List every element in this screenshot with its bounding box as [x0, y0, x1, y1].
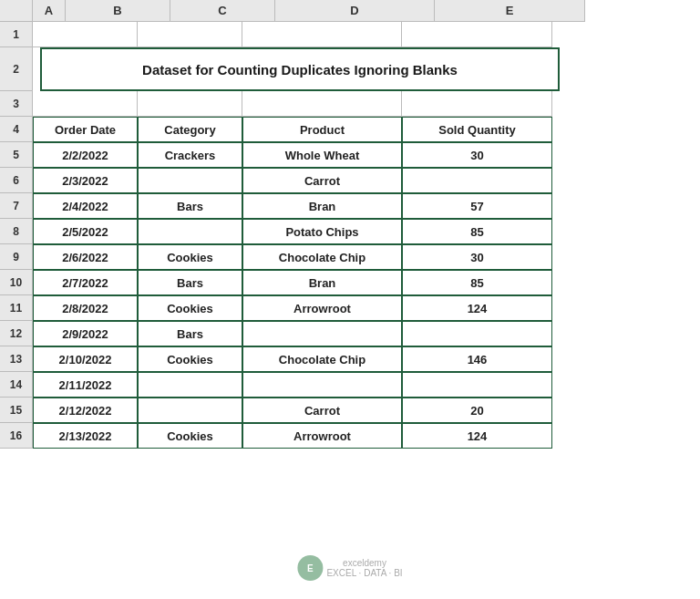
row-number: 11 — [0, 295, 33, 321]
title-cell: Dataset for Counting Duplicates Ignoring… — [40, 47, 560, 91]
cell-c-16: Cookies — [138, 423, 242, 449]
table-row: 2Dataset for Counting Duplicates Ignorin… — [0, 47, 560, 91]
cell-c-12: Bars — [138, 321, 242, 346]
cell-d-4: Product — [242, 117, 402, 142]
cell-b-14: 2/11/2022 — [33, 372, 138, 398]
cell-d-6: Carrot — [242, 168, 402, 193]
row-number: 16 — [0, 423, 33, 449]
cell-e-5: 30 — [402, 142, 552, 168]
cell-e-3 — [402, 91, 552, 117]
cell-c-11: Cookies — [138, 295, 242, 321]
col-header-b: B — [66, 0, 170, 22]
cell-e-10: 85 — [402, 270, 552, 295]
cell-e-4: Sold Quantity — [402, 117, 552, 142]
table-row: 132/10/2022CookiesChocolate Chip146 — [0, 346, 560, 372]
cell-e-9: 30 — [402, 244, 552, 270]
cell-c-14 — [138, 372, 242, 398]
cell-b-10: 2/7/2022 — [33, 270, 138, 295]
col-header-e: E — [435, 0, 585, 22]
cell-b-1 — [33, 22, 138, 47]
table-row: 142/11/2022 — [0, 372, 560, 398]
cell-b-4: Order Date — [33, 117, 138, 142]
cell-d-5: Whole Wheat — [242, 142, 402, 168]
row-number: 10 — [0, 270, 33, 295]
col-header-a: A — [33, 0, 66, 22]
cell-b-11: 2/8/2022 — [33, 295, 138, 321]
table-row: 3 — [0, 91, 560, 117]
cell-c-9: Cookies — [138, 244, 242, 270]
row-number: 5 — [0, 142, 33, 168]
cell-e-1 — [402, 22, 552, 47]
table-row: 92/6/2022CookiesChocolate Chip30 — [0, 244, 560, 270]
cell-b-5: 2/2/2022 — [33, 142, 138, 168]
watermark-text: exceldemy EXCEL · DATA · BI — [326, 558, 402, 578]
cell-d-11: Arrowroot — [242, 295, 402, 321]
table-row: 82/5/2022Potato Chips85 — [0, 219, 560, 244]
row-number: 8 — [0, 219, 33, 244]
cell-c-8 — [138, 219, 242, 244]
cell-e-8: 85 — [402, 219, 552, 244]
cell-b-7: 2/4/2022 — [33, 193, 138, 219]
cell-d-8: Potato Chips — [242, 219, 402, 244]
cell-c-13: Cookies — [138, 346, 242, 372]
cell-d-16: Arrowroot — [242, 423, 402, 449]
cell-b-15: 2/12/2022 — [33, 398, 138, 423]
cell-d-7: Bran — [242, 193, 402, 219]
table-row: 102/7/2022BarsBran85 — [0, 270, 560, 295]
cell-b-12: 2/9/2022 — [33, 321, 138, 346]
table-row: 122/9/2022Bars — [0, 321, 560, 346]
cell-b-3 — [33, 91, 138, 117]
cell-d-13: Chocolate Chip — [242, 346, 402, 372]
col-header-c: C — [170, 0, 275, 22]
spreadsheet: A B C D E 12Dataset for Counting Duplica… — [0, 0, 700, 599]
corner-cell — [0, 0, 33, 22]
row-number: 13 — [0, 346, 33, 372]
cell-e-16: 124 — [402, 423, 552, 449]
cell-e-13: 146 — [402, 346, 552, 372]
cell-c-4: Category — [138, 117, 242, 142]
row-number: 4 — [0, 117, 33, 142]
cell-d-9: Chocolate Chip — [242, 244, 402, 270]
row-number: 1 — [0, 22, 33, 47]
rows-area: 12Dataset for Counting Duplicates Ignori… — [0, 22, 560, 449]
column-headers: A B C D E — [0, 0, 585, 22]
cell-d-12 — [242, 321, 402, 346]
table-row: 62/3/2022Carrot — [0, 168, 560, 193]
cell-e-12 — [402, 321, 552, 346]
cell-b-16: 2/13/2022 — [33, 423, 138, 449]
cell-e-11: 124 — [402, 295, 552, 321]
cell-b-8: 2/5/2022 — [33, 219, 138, 244]
table-row: 52/2/2022CrackersWhole Wheat30 — [0, 142, 560, 168]
cell-c-15 — [138, 398, 242, 423]
watermark: E exceldemy EXCEL · DATA · BI — [297, 555, 402, 581]
cell-b-13: 2/10/2022 — [33, 346, 138, 372]
cell-e-14 — [402, 372, 552, 398]
col-header-d: D — [275, 0, 435, 22]
cell-d-15: Carrot — [242, 398, 402, 423]
table-row: 4Order DateCategoryProductSold Quantity — [0, 117, 560, 142]
row-number: 12 — [0, 321, 33, 346]
cell-c-6 — [138, 168, 242, 193]
row-number: 15 — [0, 398, 33, 423]
table-row: 72/4/2022BarsBran57 — [0, 193, 560, 219]
cell-d-3 — [242, 91, 402, 117]
row-number: 3 — [0, 91, 33, 117]
cell-b-9: 2/6/2022 — [33, 244, 138, 270]
cell-d-10: Bran — [242, 270, 402, 295]
cell-a-empty — [33, 47, 40, 91]
table-row: 112/8/2022CookiesArrowroot124 — [0, 295, 560, 321]
table-row: 162/13/2022CookiesArrowroot124 — [0, 423, 560, 449]
cell-c-3 — [138, 91, 242, 117]
cell-e-15: 20 — [402, 398, 552, 423]
cell-c-1 — [138, 22, 242, 47]
cell-e-7: 57 — [402, 193, 552, 219]
row-number: 14 — [0, 372, 33, 398]
cell-d-14 — [242, 372, 402, 398]
cell-d-1 — [242, 22, 402, 47]
cell-e-6 — [402, 168, 552, 193]
cell-c-10: Bars — [138, 270, 242, 295]
row-number: 6 — [0, 168, 33, 193]
row-number: 2 — [0, 47, 33, 91]
cell-b-6: 2/3/2022 — [33, 168, 138, 193]
row-number: 7 — [0, 193, 33, 219]
